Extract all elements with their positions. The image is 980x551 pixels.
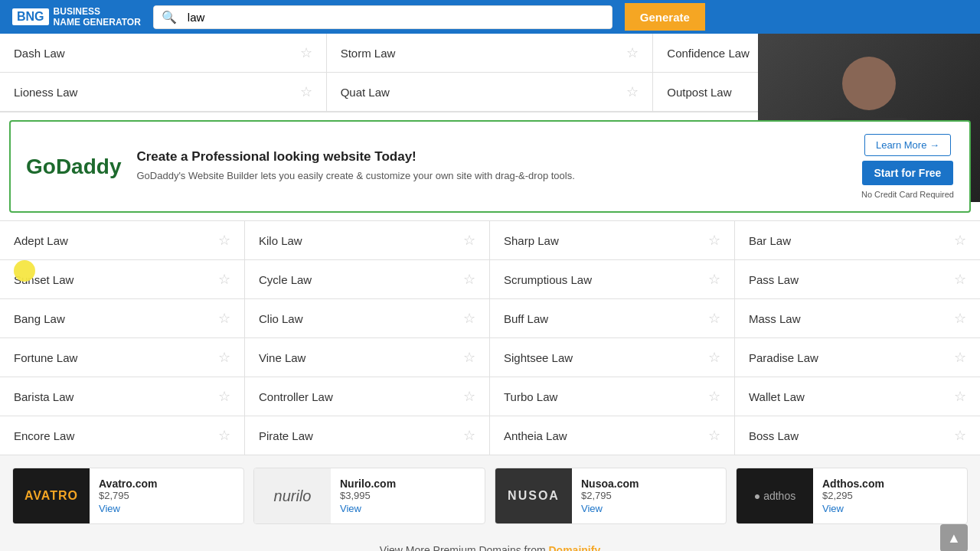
favorite-icon[interactable]: ☆ [626, 44, 639, 61]
name-cell[interactable]: Adept Law☆ [0, 221, 245, 260]
favorite-icon[interactable]: ☆ [300, 83, 312, 100]
name-cell[interactable]: Storm Law ☆ [327, 34, 654, 73]
name-label: Lioness Law [14, 86, 77, 99]
name-label: Kilo Law [259, 234, 302, 247]
name-cell[interactable]: Boss Law☆ [735, 416, 980, 455]
name-cell[interactable]: Sharp Law☆ [490, 221, 735, 260]
domain-view-link[interactable]: View [581, 503, 639, 514]
favorite-icon[interactable]: ☆ [708, 427, 720, 444]
favorite-icon[interactable]: ☆ [463, 427, 475, 444]
name-cell[interactable]: Paradise Law☆ [735, 338, 980, 377]
name-cell[interactable]: Pass Law☆ [735, 260, 980, 299]
favorite-icon[interactable]: ☆ [218, 310, 230, 327]
name-label: Vine Law [259, 351, 305, 364]
favorite-icon[interactable]: ☆ [708, 310, 720, 327]
scroll-up-button[interactable]: ▲ [940, 524, 968, 551]
name-cell[interactable]: Vine Law☆ [245, 338, 490, 377]
favorite-icon[interactable]: ☆ [218, 349, 230, 366]
name-cell[interactable]: Turbo Law☆ [490, 377, 735, 416]
domain-name: Nusoa.com [581, 478, 639, 490]
domain-name: Nurilo.com [340, 478, 396, 490]
domain-card: ● adthos Adthos.com $2,295 View [736, 468, 968, 524]
domain-view-link[interactable]: View [340, 503, 396, 514]
name-label: Barista Law [14, 390, 74, 403]
view-more-link[interactable]: Domainify [549, 544, 601, 551]
favorite-icon[interactable]: ☆ [463, 310, 475, 327]
name-label: Quat Law [341, 86, 390, 99]
domain-view-link[interactable]: View [99, 503, 158, 514]
person-head [842, 57, 896, 110]
domain-card: NUSOA Nusoa.com $2,795 View [495, 468, 727, 524]
ad-section: GoDaddy Create a Professional looking we… [0, 112, 980, 220]
name-cell[interactable]: Pirate Law☆ [245, 416, 490, 455]
domain-logo: AVATRO [13, 468, 90, 523]
name-cell[interactable]: Quat Law ☆ [327, 73, 654, 112]
name-cell[interactable]: Controller Law☆ [245, 377, 490, 416]
name-cell[interactable]: Bang Law☆ [0, 299, 245, 338]
name-label: Clio Law [259, 312, 303, 325]
favorite-icon[interactable]: ☆ [218, 271, 230, 288]
domain-info: Avatro.com $2,795 View [90, 468, 167, 523]
favorite-icon[interactable]: ☆ [954, 310, 966, 327]
name-cell[interactable]: Antheia Law☆ [490, 416, 735, 455]
name-cell[interactable]: Mass Law☆ [735, 299, 980, 338]
favorite-icon[interactable]: ☆ [626, 83, 639, 100]
logo-box: BNG [12, 8, 49, 25]
favorite-icon[interactable]: ☆ [218, 427, 230, 444]
ad-banner: GoDaddy Create a Professional looking we… [9, 120, 971, 213]
godaddy-logo: GoDaddy [26, 155, 121, 179]
logo-area: BNG BUSINESS NAME GENERATOR [12, 6, 141, 28]
search-input[interactable] [185, 6, 612, 28]
name-label: Antheia Law [504, 429, 567, 442]
name-label: Boss Law [749, 429, 799, 442]
name-cell[interactable]: Clio Law☆ [245, 299, 490, 338]
domain-info: Nusoa.com $2,795 View [572, 468, 648, 523]
name-label: Adept Law [14, 234, 68, 247]
name-cell[interactable]: Buff Law☆ [490, 299, 735, 338]
name-cell[interactable]: Wallet Law☆ [735, 377, 980, 416]
domain-view-link[interactable]: View [822, 503, 884, 514]
name-cell[interactable]: Bar Law☆ [735, 221, 980, 260]
favorite-icon[interactable]: ☆ [463, 349, 475, 366]
generate-button[interactable]: Generate [625, 3, 705, 31]
favorite-icon[interactable]: ☆ [708, 271, 720, 288]
favorite-icon[interactable]: ☆ [708, 388, 720, 405]
domain-price: $2,295 [822, 490, 884, 501]
name-cell[interactable]: Dash Law ☆ [0, 34, 327, 73]
name-label: Storm Law [341, 47, 396, 60]
name-label: Bar Law [749, 234, 791, 247]
favorite-icon[interactable]: ☆ [954, 349, 966, 366]
header: BNG BUSINESS NAME GENERATOR 🔍 Generate [0, 0, 980, 34]
name-label: Pass Law [749, 273, 799, 286]
name-cell[interactable]: Cycle Law☆ [245, 260, 490, 299]
domain-logo-text: NUSOA [508, 489, 560, 503]
domain-section: AVATRO Avatro.com $2,795 View nurilo Nur… [0, 455, 980, 536]
start-free-button[interactable]: Start for Free [862, 161, 954, 185]
name-label: Cycle Law [259, 273, 312, 286]
name-cell[interactable]: Fortune Law☆ [0, 338, 245, 377]
domain-logo-text: AVATRO [24, 489, 78, 503]
favorite-icon[interactable]: ☆ [300, 44, 312, 61]
domain-logo: ● adthos [737, 468, 813, 523]
favorite-icon[interactable]: ☆ [708, 349, 720, 366]
name-cell[interactable]: Sunset Law☆ [0, 260, 245, 299]
favorite-icon[interactable]: ☆ [463, 388, 475, 405]
favorite-icon[interactable]: ☆ [218, 232, 230, 249]
name-cell[interactable]: Scrumptious Law☆ [490, 260, 735, 299]
name-cell[interactable]: Lioness Law ☆ [0, 73, 327, 112]
domain-logo-text: ● adthos [754, 490, 795, 502]
favorite-icon[interactable]: ☆ [954, 271, 966, 288]
favorite-icon[interactable]: ☆ [954, 427, 966, 444]
name-cell[interactable]: Barista Law☆ [0, 377, 245, 416]
favorite-icon[interactable]: ☆ [218, 388, 230, 405]
name-cell[interactable]: Kilo Law☆ [245, 221, 490, 260]
search-container: 🔍 [153, 5, 612, 29]
name-cell[interactable]: Sightsee Law☆ [490, 338, 735, 377]
name-cell[interactable]: Encore Law☆ [0, 416, 245, 455]
favorite-icon[interactable]: ☆ [954, 388, 966, 405]
favorite-icon[interactable]: ☆ [463, 271, 475, 288]
favorite-icon[interactable]: ☆ [954, 232, 966, 249]
learn-more-button[interactable]: Learn More → [864, 134, 951, 156]
favorite-icon[interactable]: ☆ [708, 232, 720, 249]
favorite-icon[interactable]: ☆ [463, 232, 475, 249]
